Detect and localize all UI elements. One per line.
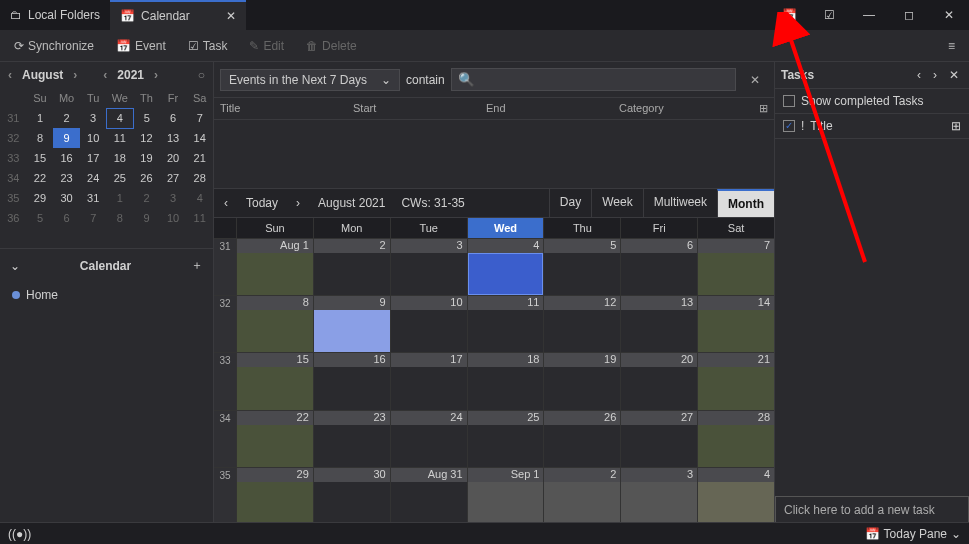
mini-day[interactable]: 6 [160, 108, 187, 128]
synchronize-button[interactable]: ⟳ Synchronize [8, 35, 100, 57]
mini-day[interactable]: 10 [160, 208, 187, 228]
prev-period-icon[interactable]: ‹ [214, 190, 238, 216]
view-tab-day[interactable]: Day [549, 189, 591, 217]
view-tab-multiweek[interactable]: Multiweek [643, 189, 717, 217]
show-completed-row[interactable]: Show completed Tasks [775, 89, 969, 114]
new-task-button[interactable]: ☑ Task [182, 35, 234, 57]
column-picker-icon[interactable]: ⊞ [752, 102, 768, 115]
add-task-hint[interactable]: Click here to add a new task [775, 496, 969, 524]
mini-day[interactable]: 23 [53, 168, 80, 188]
mini-day[interactable]: 19 [133, 148, 160, 168]
month-day-cell[interactable]: 5 [543, 239, 620, 295]
mini-day[interactable]: 1 [107, 188, 134, 208]
next-year-icon[interactable]: › [150, 68, 162, 82]
event-filter-dropdown[interactable]: Events in the Next 7 Days ⌄ [220, 69, 400, 91]
month-day-cell[interactable]: 4 [697, 468, 774, 524]
mini-day[interactable]: 4 [107, 108, 134, 128]
mini-day[interactable]: 2 [133, 188, 160, 208]
today-pane-icon[interactable]: 📅 [865, 527, 880, 541]
mini-day[interactable]: 8 [27, 128, 54, 148]
tasks-next-icon[interactable]: › [929, 66, 941, 84]
task-col-title[interactable]: Title [810, 119, 945, 133]
mini-year[interactable]: 2021 [117, 68, 144, 82]
mini-day[interactable]: 6 [53, 208, 80, 228]
month-day-cell[interactable]: 18 [467, 353, 544, 409]
month-day-cell[interactable]: 6 [620, 239, 697, 295]
clear-filter-icon[interactable]: ✕ [742, 69, 768, 91]
month-day-cell[interactable]: 8 [236, 296, 313, 352]
month-day-cell[interactable]: 19 [543, 353, 620, 409]
mini-day[interactable]: 10 [80, 128, 107, 148]
mini-calendar[interactable]: SuMoTuWeThFrSa31123456732891011121314331… [0, 88, 213, 228]
next-period-icon[interactable]: › [286, 190, 310, 216]
mini-day[interactable]: 31 [80, 188, 107, 208]
mini-day[interactable]: 3 [160, 188, 187, 208]
mini-day[interactable]: 11 [186, 208, 213, 228]
month-day-cell[interactable]: 10 [390, 296, 467, 352]
show-completed-checkbox[interactable] [783, 95, 795, 107]
month-day-cell[interactable]: Sep 1 [467, 468, 544, 524]
today-pane-button[interactable]: Today Pane [884, 527, 947, 541]
chevron-down-icon[interactable]: ⌄ [951, 527, 961, 541]
month-day-cell[interactable]: 4 [467, 239, 544, 295]
col-title[interactable]: Title [220, 102, 353, 115]
mini-day[interactable]: 8 [107, 208, 134, 228]
month-day-cell[interactable]: 22 [236, 411, 313, 467]
next-month-icon[interactable]: › [69, 68, 81, 82]
month-day-cell[interactable]: Aug 31 [390, 468, 467, 524]
prev-year-icon[interactable]: ‹ [99, 68, 111, 82]
mini-day[interactable]: 14 [186, 128, 213, 148]
month-day-cell[interactable]: 7 [697, 239, 774, 295]
today-button[interactable]: Today [238, 190, 286, 216]
tab-calendar[interactable]: 📅 Calendar ✕ [110, 0, 246, 30]
task-col-picker-icon[interactable]: ⊞ [951, 119, 961, 133]
mini-day[interactable]: 11 [107, 128, 134, 148]
month-day-cell[interactable]: 3 [390, 239, 467, 295]
mini-day[interactable]: 17 [80, 148, 107, 168]
close-tab-icon[interactable]: ✕ [226, 9, 236, 23]
month-day-cell[interactable]: 17 [390, 353, 467, 409]
month-day-cell[interactable]: 21 [697, 353, 774, 409]
month-day-cell[interactable]: 12 [543, 296, 620, 352]
mini-day[interactable]: 16 [53, 148, 80, 168]
month-day-cell[interactable]: 28 [697, 411, 774, 467]
mini-day[interactable]: 13 [160, 128, 187, 148]
mini-day[interactable]: 20 [160, 148, 187, 168]
month-day-cell[interactable]: 16 [313, 353, 390, 409]
month-day-cell[interactable]: 27 [620, 411, 697, 467]
mini-day[interactable]: 24 [80, 168, 107, 188]
col-category[interactable]: Category [619, 102, 752, 115]
window-close[interactable]: ✕ [929, 0, 969, 30]
month-day-cell[interactable]: 14 [697, 296, 774, 352]
month-day-cell[interactable]: 29 [236, 468, 313, 524]
month-day-cell[interactable]: 3 [620, 468, 697, 524]
mini-day[interactable]: 25 [107, 168, 134, 188]
mini-day[interactable]: 12 [133, 128, 160, 148]
tasks-close-icon[interactable]: ✕ [945, 66, 963, 84]
mini-day[interactable]: 21 [186, 148, 213, 168]
chevron-down-icon[interactable]: ⌄ [10, 259, 20, 273]
mini-day[interactable]: 9 [53, 128, 80, 148]
menu-icon[interactable]: ≡ [942, 35, 961, 57]
view-tab-month[interactable]: Month [717, 189, 774, 217]
mini-day[interactable]: 28 [186, 168, 213, 188]
mini-day[interactable]: 7 [186, 108, 213, 128]
month-day-cell[interactable]: 24 [390, 411, 467, 467]
month-day-cell[interactable]: 23 [313, 411, 390, 467]
col-start[interactable]: Start [353, 102, 486, 115]
mini-day[interactable]: 18 [107, 148, 134, 168]
month-day-cell[interactable]: 2 [313, 239, 390, 295]
task-done-col-checkbox[interactable] [783, 120, 795, 132]
view-tab-week[interactable]: Week [591, 189, 642, 217]
month-day-cell[interactable]: 9 [313, 296, 390, 352]
mini-day[interactable]: 4 [186, 188, 213, 208]
mini-day[interactable]: 27 [160, 168, 187, 188]
mini-day[interactable]: 3 [80, 108, 107, 128]
mini-day[interactable]: 26 [133, 168, 160, 188]
tasks-toggle-icon[interactable]: ☑ [809, 0, 849, 30]
mini-day[interactable]: 30 [53, 188, 80, 208]
mini-day[interactable]: 5 [27, 208, 54, 228]
mini-day[interactable]: 5 [133, 108, 160, 128]
month-day-cell[interactable]: 2 [543, 468, 620, 524]
filter-search-input[interactable] [451, 68, 736, 91]
